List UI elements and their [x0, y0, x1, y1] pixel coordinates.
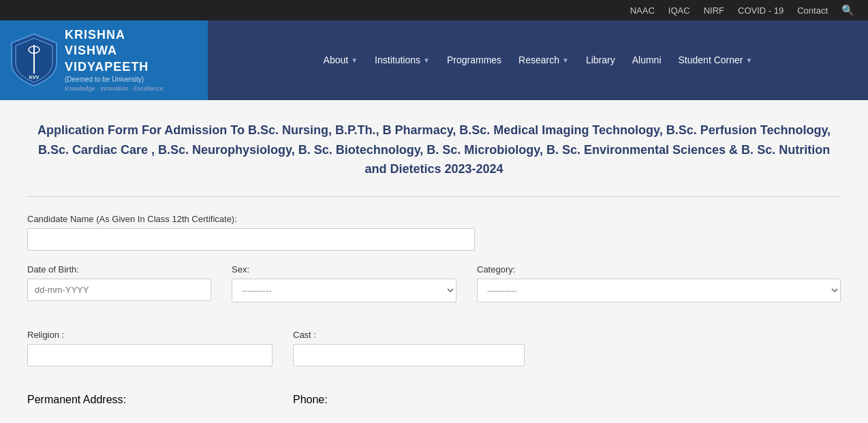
- nav-item-library[interactable]: Library: [579, 50, 622, 69]
- phone-label: Phone:: [293, 394, 328, 405]
- candidate-name-input[interactable]: [27, 228, 475, 251]
- nav-item-alumni[interactable]: Alumni: [625, 50, 668, 69]
- university-tagline: Knowledge · Innovation · Excellence: [65, 85, 164, 93]
- religion-label: Religion :: [27, 330, 273, 340]
- logo-text: KRISHNA VISHWA VIDYAPEETH (Deemed to be …: [65, 27, 164, 93]
- nirf-link[interactable]: NIRF: [704, 5, 724, 16]
- nav-item-research[interactable]: Research ▼: [512, 50, 576, 69]
- iqac-link[interactable]: IQAC: [668, 5, 690, 16]
- sex-select[interactable]: ---------- Male Female Other: [232, 279, 456, 302]
- contact-link[interactable]: Contact: [797, 5, 828, 16]
- nav-item-institutions[interactable]: Institutions ▼: [368, 50, 437, 69]
- naac-link[interactable]: NAAC: [630, 5, 655, 16]
- nav-item-programmes[interactable]: Programmes: [440, 50, 508, 69]
- cast-group: Cast :: [293, 330, 525, 380]
- nav-link-student-corner[interactable]: Student Corner ▼: [672, 50, 760, 69]
- nav-link-programmes[interactable]: Programmes: [440, 50, 508, 69]
- search-icon[interactable]: 🔍: [841, 4, 854, 16]
- sex-label: Sex:: [232, 264, 456, 275]
- cast-label: Cast :: [293, 330, 525, 340]
- nav-link-library[interactable]: Library: [579, 50, 622, 69]
- category-select[interactable]: ---------- General OBC SC ST: [477, 279, 841, 302]
- category-label: Category:: [477, 264, 841, 275]
- nav-item-student-corner[interactable]: Student Corner ▼: [672, 50, 760, 69]
- cast-input[interactable]: [293, 344, 525, 366]
- nav-link-institutions[interactable]: Institutions ▼: [368, 50, 437, 69]
- dob-input[interactable]: [27, 279, 211, 301]
- candidate-name-group: Candidate Name (As Given In Class 12th C…: [27, 214, 841, 251]
- address-phone-row: Permanent Address: Phone:: [27, 394, 841, 406]
- religion-group: Religion :: [27, 330, 273, 380]
- chevron-down-icon: ▼: [745, 57, 752, 64]
- covid-link[interactable]: COVID - 19: [738, 5, 784, 16]
- nav-link-about[interactable]: About ▼: [317, 50, 365, 69]
- nav-item-about[interactable]: About ▼: [317, 50, 365, 69]
- logo-area: KVV KRISHNA VISHWA VIDYAPEETH (Deemed to…: [0, 20, 208, 100]
- chevron-down-icon: ▼: [423, 57, 430, 64]
- svg-text:KVV: KVV: [29, 75, 40, 80]
- permanent-address-group: Permanent Address:: [27, 394, 273, 406]
- chevron-down-icon: ▼: [562, 57, 569, 64]
- university-logo: KVV: [10, 33, 58, 87]
- dob-sex-category-row: Date of Birth: Sex: ---------- Male Fema…: [27, 264, 841, 316]
- nav-menu: About ▼ Institutions ▼ Programmes Resear…: [317, 50, 760, 69]
- category-group: Category: ---------- General OBC SC ST: [477, 264, 841, 316]
- phone-group: Phone:: [293, 394, 525, 406]
- top-bar: NAAC IQAC NIRF COVID - 19 Contact 🔍: [0, 0, 868, 20]
- page-title: Application Form For Admission To B.Sc. …: [27, 121, 841, 179]
- header: KVV KRISHNA VISHWA VIDYAPEETH (Deemed to…: [0, 20, 868, 100]
- university-subtitle: (Deemed to be University): [65, 75, 164, 84]
- nav-link-alumni[interactable]: Alumni: [625, 50, 668, 69]
- dob-group: Date of Birth:: [27, 264, 211, 316]
- chevron-down-icon: ▼: [351, 57, 358, 64]
- religion-input[interactable]: [27, 344, 273, 366]
- nav-link-research[interactable]: Research ▼: [512, 50, 576, 69]
- main-nav: About ▼ Institutions ▼ Programmes Resear…: [208, 20, 868, 100]
- permanent-address-label: Permanent Address:: [27, 394, 126, 405]
- university-name: KRISHNA VISHWA VIDYAPEETH: [65, 27, 164, 75]
- religion-cast-row: Religion : Cast :: [27, 330, 841, 380]
- divider: [27, 196, 841, 197]
- sex-group: Sex: ---------- Male Female Other: [232, 264, 456, 316]
- dob-label: Date of Birth:: [27, 264, 211, 275]
- main-content: Application Form For Admission To B.Sc. …: [0, 100, 868, 423]
- candidate-name-label: Candidate Name (As Given In Class 12th C…: [27, 214, 841, 224]
